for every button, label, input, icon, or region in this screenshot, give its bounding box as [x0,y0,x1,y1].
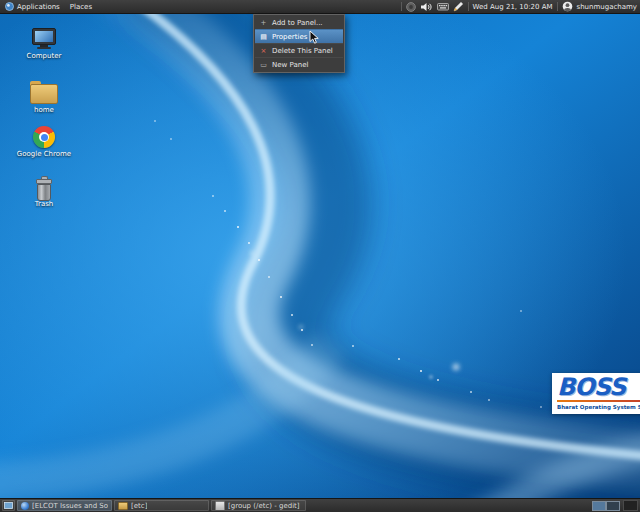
menu-item-label: Delete This Panel [272,47,333,55]
applications-menu[interactable]: Applications [0,0,65,13]
folder-window-icon [118,502,128,510]
panel-separator [468,2,469,11]
menu-item-label: New Panel [272,61,308,69]
status-icon[interactable] [406,2,416,12]
places-menu-label: Places [70,3,92,11]
desktop-icon-chrome[interactable]: Google Chrome [12,126,76,158]
show-desktop-button[interactable] [2,500,15,511]
workspace-1[interactable] [592,501,606,511]
task-label: [group (/etc) - gedit] [228,502,300,510]
applications-menu-label: Applications [17,3,60,11]
boss-logo-title: BOSS [557,376,640,399]
new-panel-icon: ▭ [259,61,268,69]
bottom-panel: [ELCOT Issues and So... [etc] [group (/e… [0,498,640,512]
delete-panel-icon: × [259,47,268,55]
menu-item-add-to-panel[interactable]: + Add to Panel... [255,16,343,29]
add-to-panel-icon: + [259,19,268,27]
panel-context-menu: + Add to Panel... ▤ Properties × Delete … [253,14,345,73]
input-pencil-icon[interactable] [453,1,464,12]
distro-logo-icon [5,2,14,11]
desktop-icon-home[interactable]: home [12,82,76,114]
user-name[interactable]: shunmugachamy [577,3,637,11]
wallpaper-sparkle-glow [0,14,2,16]
task-label: [ELCOT Issues and So... [32,502,108,510]
menu-item-delete-this-panel[interactable]: × Delete This Panel [255,43,343,57]
browser-window-icon [21,502,29,510]
desktop-icon-computer[interactable]: Computer [12,28,76,60]
taskbar-window-elcot[interactable]: [ELCOT Issues and So... [17,500,112,511]
show-desktop-icon [4,502,13,510]
mouse-cursor [309,30,320,45]
panel-applet[interactable] [623,500,638,511]
workspace-switcher [592,501,620,511]
desktop-icon-label: home [34,106,54,114]
desktop-icon-label: Computer [27,52,62,60]
desktop-screen: Applications Places [0,0,640,512]
task-label: [etc] [131,502,147,510]
panel-separator [401,2,402,11]
boss-logo-subtitle: Bharat Operating System Solutions [557,404,640,410]
boss-branding: BOSS Bharat Operating System Solutions [552,373,640,414]
desktop-icon-label: Google Chrome [17,150,71,158]
menu-item-label: Add to Panel... [272,19,323,27]
taskbar-window-etc[interactable]: [etc] [114,500,209,511]
menu-item-properties[interactable]: ▤ Properties [255,29,343,43]
places-menu[interactable]: Places [65,0,97,13]
workspace-2[interactable] [606,501,620,511]
panel-tray: Wed Aug 21, 10:20 AM shunmugachamy [401,1,640,12]
desktop-icon-trash[interactable]: Trash [12,176,76,208]
top-panel: Applications Places [0,0,640,14]
properties-icon: ▤ [259,33,268,41]
desktop[interactable]: Computer home Google Chrome Trash BOSS B… [0,14,640,498]
menu-item-new-panel[interactable]: ▭ New Panel [255,57,343,71]
bottom-panel-right [592,500,638,511]
taskbar-window-gedit[interactable]: [group (/etc) - gedit] [211,500,306,511]
trash-icon [35,176,53,198]
clock[interactable]: Wed Aug 21, 10:20 AM [473,3,553,11]
computer-icon [31,28,57,50]
menu-item-label: Properties [272,33,307,41]
gedit-window-icon [215,501,225,511]
chrome-icon [33,126,55,148]
panel-separator [557,2,558,11]
user-icon[interactable] [562,1,573,12]
wallpaper [0,14,640,498]
desktop-icon-label: Trash [35,200,54,208]
volume-icon[interactable] [420,2,433,12]
home-folder-icon [30,84,58,104]
keyboard-indicator-icon[interactable] [437,2,449,11]
